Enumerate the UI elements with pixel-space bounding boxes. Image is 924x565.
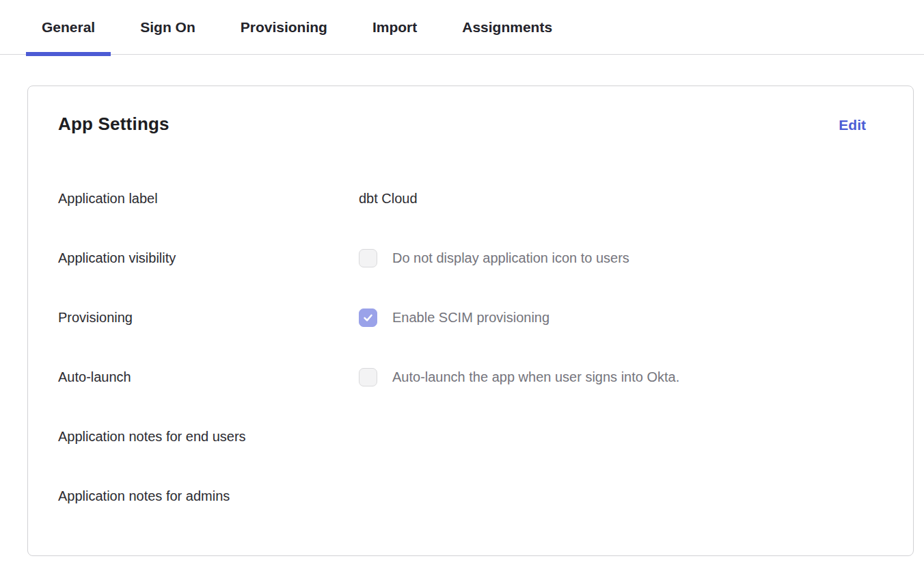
tab-assignments[interactable]: Assignments — [446, 0, 568, 54]
row-application-visibility: Application visibility Do not display ap… — [58, 247, 883, 269]
tab-import[interactable]: Import — [357, 0, 433, 54]
row-label: Application label — [58, 191, 359, 207]
checkbox-label: Auto-launch the app when user signs into… — [392, 369, 679, 385]
row-provisioning: Provisioning Enable SCIM provisioning — [58, 306, 883, 328]
page-title: App Settings — [58, 114, 169, 135]
application-label-value: dbt Cloud — [359, 191, 418, 207]
enable-scim-provisioning-checkbox[interactable] — [359, 308, 377, 327]
checkbox-label: Do not display application icon to users — [392, 250, 629, 266]
row-label: Auto-launch — [58, 369, 359, 385]
tab-provisioning[interactable]: Provisioning — [225, 0, 343, 54]
row-application-notes-end-users: Application notes for end users — [58, 425, 883, 447]
row-application-notes-admins: Application notes for admins — [58, 485, 883, 507]
checkmark-icon — [362, 312, 374, 324]
edit-button[interactable]: Edit — [839, 114, 866, 137]
checkbox-label: Enable SCIM provisioning — [392, 310, 549, 326]
tab-sign-on[interactable]: Sign On — [124, 0, 211, 54]
card-header: App Settings Edit — [58, 114, 883, 137]
tab-bar: General Sign On Provisioning Import Assi… — [0, 0, 924, 55]
row-auto-launch: Auto-launch Auto-launch the app when use… — [58, 366, 883, 388]
row-label: Provisioning — [58, 310, 359, 326]
row-application-label: Application label dbt Cloud — [58, 187, 883, 209]
auto-launch-checkbox[interactable] — [359, 368, 377, 386]
row-label: Application notes for admins — [58, 488, 359, 504]
row-label: Application visibility — [58, 250, 359, 266]
app-settings-card: App Settings Edit Application label dbt … — [27, 86, 914, 556]
tab-general[interactable]: General — [26, 0, 111, 54]
application-visibility-checkbox[interactable] — [359, 249, 377, 267]
row-label: Application notes for end users — [58, 429, 359, 445]
